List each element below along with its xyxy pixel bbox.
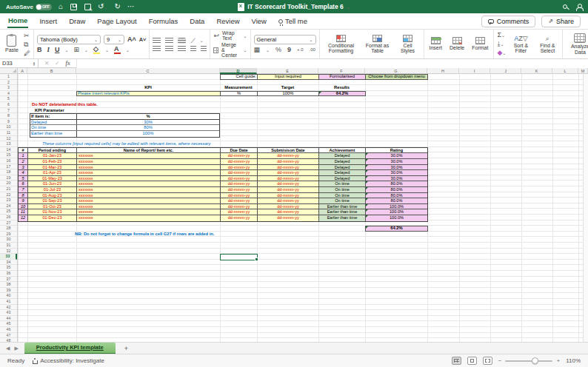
cell-rating[interactable]: 100.0% bbox=[366, 204, 427, 210]
cell-B7-kpi-parameter[interactable]: KPI Parameter bbox=[34, 108, 123, 114]
cell-num[interactable]: 6 bbox=[19, 181, 28, 187]
table-row[interactable]: 801-Aug-23xxxxxxxdd-mmm-yydd-mmm-yyOn ti… bbox=[19, 193, 427, 199]
sheet-nav-left-icon[interactable]: ◀ bbox=[6, 346, 10, 351]
tab-home[interactable]: Home bbox=[7, 14, 28, 28]
cell-due[interactable]: dd-mmm-yy bbox=[221, 170, 258, 176]
cell-rating[interactable]: 30.0% bbox=[366, 170, 427, 176]
cell-due[interactable]: dd-mmm-yy bbox=[221, 209, 258, 215]
cell-C29-nb-note[interactable]: NB: Do not forget to change formula in c… bbox=[74, 232, 318, 238]
account-icon[interactable] bbox=[576, 4, 582, 10]
row-header-34[interactable]: 34 bbox=[0, 260, 17, 266]
cell-E4-target[interactable]: 100% bbox=[257, 91, 319, 97]
row-header-40[interactable]: 40 bbox=[0, 293, 17, 299]
cell-ach[interactable]: Delayed bbox=[319, 159, 366, 165]
column-header-E[interactable]: E bbox=[257, 68, 318, 74]
column-header-F[interactable]: F bbox=[318, 68, 365, 74]
delete-cells-button[interactable]: Delete bbox=[447, 36, 467, 51]
row-header-10[interactable]: 10 bbox=[0, 124, 17, 130]
column-header-L[interactable]: L bbox=[552, 68, 578, 74]
save-icon[interactable] bbox=[70, 4, 77, 10]
font-size-select[interactable]: 9⌄ bbox=[104, 35, 124, 44]
page-layout-view-icon[interactable] bbox=[467, 357, 477, 365]
cell-num[interactable]: 5 bbox=[19, 176, 28, 182]
cell-due[interactable]: dd-mmm-yy bbox=[221, 176, 258, 182]
cell-D3-measurement-header[interactable]: Measurement bbox=[220, 85, 257, 91]
cell-num[interactable]: 3 bbox=[19, 165, 28, 171]
cell-ach[interactable]: On time bbox=[319, 181, 366, 187]
row-header-26[interactable]: 26 bbox=[0, 215, 17, 220]
tab-draw[interactable]: Draw bbox=[68, 15, 86, 27]
table-row[interactable]: 1201-Dec-23xxxxxxxdd-mmm-yydd-mmm-yyEarl… bbox=[19, 215, 427, 221]
column-header-G[interactable]: G bbox=[365, 68, 427, 74]
title-chevron-icon[interactable]: ⌄ bbox=[347, 4, 350, 10]
insert-cells-button[interactable]: Insert bbox=[427, 36, 445, 51]
row-header-8[interactable]: 8 bbox=[0, 113, 17, 119]
row-header-29[interactable]: 29 bbox=[0, 232, 17, 238]
cell-sub[interactable]: dd-mmm-yy bbox=[258, 204, 319, 210]
table-row[interactable]: 601-Jun-23xxxxxxxdd-mmm-yydd-mmm-yyOn ti… bbox=[19, 181, 427, 187]
cell-C3-kpi-header[interactable]: KPI bbox=[76, 85, 220, 91]
cell-sub[interactable]: dd-mmm-yy bbox=[258, 187, 319, 193]
cell-due[interactable]: dd-mmm-yy bbox=[221, 204, 258, 210]
cell-period[interactable]: 01-Feb-23 bbox=[28, 159, 77, 165]
font-name-select[interactable]: Tahoma (Body)⌄ bbox=[37, 35, 101, 44]
cell-ach[interactable]: Delayed bbox=[319, 165, 366, 171]
cell-name[interactable]: xxxxxxx bbox=[77, 187, 221, 193]
row-header-20[interactable]: 20 bbox=[0, 181, 17, 186]
cell-ach[interactable]: On time bbox=[319, 198, 366, 204]
row-header-39[interactable]: 39 bbox=[0, 288, 17, 294]
format-cells-button[interactable]: Format bbox=[470, 36, 490, 51]
cell-rating[interactable]: 80.0% bbox=[366, 187, 427, 193]
cell-sub[interactable]: dd-mmm-yy bbox=[258, 181, 319, 187]
zoom-in-icon[interactable]: + bbox=[556, 357, 560, 364]
cell-sub[interactable]: dd-mmm-yy bbox=[258, 159, 319, 165]
cell-rating[interactable]: 30.0% bbox=[366, 159, 427, 165]
column-header-M[interactable]: M bbox=[578, 68, 588, 74]
shrink-font-icon[interactable]: A˅ bbox=[139, 36, 147, 43]
cell-num[interactable]: 12 bbox=[19, 215, 28, 221]
bold-button[interactable]: B bbox=[37, 47, 42, 53]
cell-sub[interactable]: dd-mmm-yy bbox=[258, 193, 319, 199]
cell-due[interactable]: dd-mmm-yy bbox=[221, 215, 258, 221]
param-row[interactable]: On time80% bbox=[30, 125, 219, 131]
row-header-22[interactable]: 22 bbox=[0, 192, 17, 198]
cell-name[interactable]: xxxxxxx bbox=[77, 204, 221, 210]
tab-review[interactable]: Review bbox=[216, 15, 240, 27]
table-row[interactable]: 501-May-23xxxxxxxdd-mmm-yydd-mmm-yyDelay… bbox=[19, 176, 427, 182]
cell-num[interactable]: 8 bbox=[19, 193, 28, 199]
cell-num[interactable]: 2 bbox=[19, 159, 28, 165]
selected-cell-D33[interactable] bbox=[220, 254, 258, 260]
cell-C4-kpi-input[interactable]: Please insert relevant KPIs bbox=[76, 91, 221, 97]
cell-name[interactable]: xxxxxxx bbox=[77, 176, 221, 182]
cell-D4-measurement[interactable]: % bbox=[220, 91, 258, 97]
paste-button[interactable]: Paste bbox=[3, 34, 21, 53]
zoom-slider-thumb[interactable] bbox=[532, 357, 538, 364]
row-header-19[interactable]: 19 bbox=[0, 175, 17, 181]
cell-E1-input-required[interactable]: Input required bbox=[257, 74, 319, 80]
cell-sub[interactable]: dd-mmm-yy bbox=[258, 153, 319, 159]
cell-sub[interactable]: dd-mmm-yy bbox=[258, 165, 319, 171]
accessibility-status[interactable]: Accessibility: Investigate bbox=[32, 357, 104, 364]
column-header-I[interactable]: I bbox=[459, 68, 490, 74]
param-row[interactable]: Earlier than time100% bbox=[30, 131, 219, 137]
row-header-23[interactable]: 23 bbox=[0, 198, 17, 203]
cell-ach[interactable]: Delayed bbox=[319, 153, 366, 159]
orientation-icon[interactable]: ⟋ bbox=[190, 37, 195, 44]
cell-num[interactable]: 11 bbox=[19, 209, 28, 215]
cancel-entry-icon[interactable]: ✕ bbox=[44, 60, 49, 67]
row-header-47[interactable]: 47 bbox=[0, 333, 17, 339]
row-header-32[interactable]: 32 bbox=[0, 249, 17, 255]
home-icon[interactable]: ⌂ bbox=[59, 0, 63, 13]
decrease-indent-icon[interactable] bbox=[190, 46, 196, 52]
tab-view[interactable]: View bbox=[251, 15, 267, 27]
sheet-nav-right-icon[interactable]: ▶ bbox=[14, 346, 18, 351]
cell-ach[interactable]: Earlier than time bbox=[319, 209, 366, 215]
align-top-icon[interactable] bbox=[153, 38, 161, 44]
row-header-30[interactable]: 30 bbox=[0, 237, 17, 243]
cell-B6-warning[interactable]: Do NOT delete/amend this table. bbox=[31, 102, 179, 108]
name-box[interactable]: D33 ▲▼ bbox=[0, 59, 39, 68]
zoom-slider[interactable]: − + bbox=[498, 357, 560, 364]
grow-font-icon[interactable]: A˄ bbox=[127, 36, 136, 43]
cell-period[interactable]: 01-Jul-23 bbox=[28, 187, 77, 193]
column-header-C[interactable]: C bbox=[76, 68, 220, 74]
